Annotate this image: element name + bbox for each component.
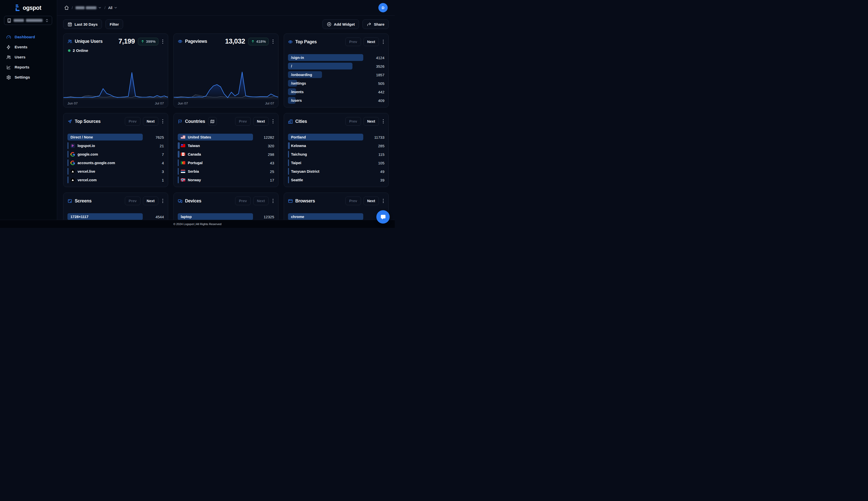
pager: Prev Next [235, 117, 269, 126]
list-item[interactable]: accounts.google.com 4 [67, 159, 164, 166]
sidebar-item-events[interactable]: Events [0, 42, 57, 52]
item-label: Norway [188, 178, 201, 182]
x-axis-end: Jul 07 [265, 102, 274, 105]
add-widget-button[interactable]: Add Widget [322, 19, 359, 29]
sidebar-item-settings[interactable]: Settings [0, 72, 57, 82]
item-value: 49 [365, 169, 384, 173]
list-item[interactable]: Serbia 25 [178, 168, 274, 175]
next-button[interactable]: Next [364, 117, 379, 126]
card-title: Countries [185, 119, 205, 124]
sidebar-item-users[interactable]: Users [0, 52, 57, 62]
card-header: Screens Prev Next [63, 193, 168, 205]
next-button[interactable]: Next [253, 196, 269, 205]
item-value: 3526 [365, 64, 384, 68]
scope-selector[interactable]: All [108, 6, 118, 10]
list-item[interactable]: Direct / None 7625 [67, 134, 164, 140]
item-label: / [291, 64, 292, 68]
vercel-favicon [71, 169, 75, 174]
filter-button[interactable]: Filter [106, 19, 124, 29]
date-range-button[interactable]: 12 Last 30 Days [63, 19, 102, 29]
card-menu-button[interactable] [272, 39, 274, 45]
x-axis-start: Jun 07 [178, 102, 188, 105]
list-item[interactable]: Kelowna 285 [288, 142, 384, 149]
item-label: chrome [291, 215, 304, 219]
topbar: / / All D [57, 0, 395, 15]
list-item[interactable]: /onboarding 1857 [288, 71, 384, 78]
card-header: Top Sources Prev Next [63, 113, 168, 126]
project-selector[interactable] [76, 6, 102, 10]
list-item[interactable]: /settings 505 [288, 80, 384, 87]
list-item[interactable]: Portland 11733 [288, 134, 384, 140]
logspot-favicon [71, 143, 75, 148]
list-item[interactable]: Norway 17 [178, 177, 274, 183]
chat-widget-button[interactable] [376, 210, 390, 224]
workspace-selector[interactable] [4, 16, 52, 25]
online-indicator: 2 Online [63, 45, 168, 53]
prev-button[interactable]: Prev [345, 117, 361, 126]
prev-button[interactable]: Prev [125, 196, 140, 205]
list-item[interactable]: laptop 12325 [178, 213, 274, 220]
card-menu-button[interactable] [382, 39, 384, 45]
list-item[interactable]: Taiwan 320 [178, 142, 274, 149]
card-menu-button[interactable] [162, 118, 164, 124]
next-button[interactable]: Next [253, 117, 269, 126]
list-item[interactable]: Taipei 105 [288, 159, 384, 166]
date-range-label: Last 30 Days [75, 22, 98, 26]
item-label: Taiwan [188, 144, 200, 148]
item-value: 21 [145, 143, 164, 148]
item-value: 3 [145, 169, 164, 173]
ranked-list: United States 12282 Taiwan 320 Canada 29… [174, 134, 278, 185]
sidebar-item-reports[interactable]: Reports [0, 62, 57, 72]
prev-button[interactable]: Prev [235, 117, 250, 126]
list-item[interactable]: vercel.com 1 [67, 177, 164, 183]
home-icon[interactable] [64, 5, 69, 10]
list-item[interactable]: United States 12282 [178, 134, 274, 140]
item-value: 25 [255, 169, 274, 173]
sidebar-item-dashboard[interactable]: Dashboard [0, 32, 57, 42]
list-item[interactable]: Portugal 43 [178, 159, 274, 166]
card-menu-button[interactable] [272, 118, 274, 124]
buildings-icon [288, 119, 293, 124]
flag-rs-icon [181, 170, 185, 173]
map-icon [210, 119, 215, 124]
change-badge: 418% [248, 38, 269, 45]
list-item[interactable]: logspot.io 21 [67, 142, 164, 149]
list-item[interactable]: Canada 298 [178, 151, 274, 158]
item-label: 1728×1117 [71, 215, 88, 219]
share-button[interactable]: Share [363, 19, 389, 29]
map-view-button[interactable] [208, 117, 217, 126]
prev-button[interactable]: Prev [125, 117, 140, 126]
prev-button[interactable]: Prev [235, 196, 250, 205]
list-item[interactable]: Taoyuan District 49 [288, 168, 384, 175]
prev-button[interactable]: Prev [345, 38, 361, 46]
card-menu-button[interactable] [272, 198, 274, 204]
list-item[interactable]: Taichung 115 [288, 151, 384, 158]
next-button[interactable]: Next [364, 38, 379, 46]
list-item[interactable]: google.com 7 [67, 151, 164, 158]
user-avatar[interactable]: D [378, 3, 388, 12]
list-item[interactable]: vercel.live 3 [67, 168, 164, 175]
card-menu-button[interactable] [162, 198, 164, 204]
list-item[interactable]: / 3526 [288, 63, 384, 70]
list-item[interactable]: chrome [288, 213, 384, 220]
prev-button[interactable]: Prev [345, 196, 361, 205]
list-item[interactable]: 1728×1117 4544 [67, 213, 164, 220]
card-header: Countries Prev Next [174, 113, 278, 126]
item-value: 285 [365, 143, 384, 148]
list-item[interactable]: /sign-in 4124 [288, 54, 384, 61]
next-button[interactable]: Next [143, 117, 158, 126]
card-menu-button[interactable] [382, 198, 384, 204]
next-button[interactable]: Next [364, 196, 379, 205]
card-menu-button[interactable] [382, 118, 384, 124]
list-item[interactable]: Seattle 39 [288, 177, 384, 183]
list-item[interactable]: /users 409 [288, 97, 384, 104]
card-menu-button[interactable] [162, 39, 164, 45]
item-value: 105 [365, 161, 384, 165]
list-item[interactable]: /events 442 [288, 88, 384, 95]
item-label: accounts.google.com [77, 161, 115, 165]
next-button[interactable]: Next [143, 196, 158, 205]
flag-pt-icon [181, 161, 185, 164]
pager: Prev Next [345, 196, 379, 205]
svg-text:12: 12 [69, 24, 71, 26]
flag-icon [178, 119, 183, 124]
